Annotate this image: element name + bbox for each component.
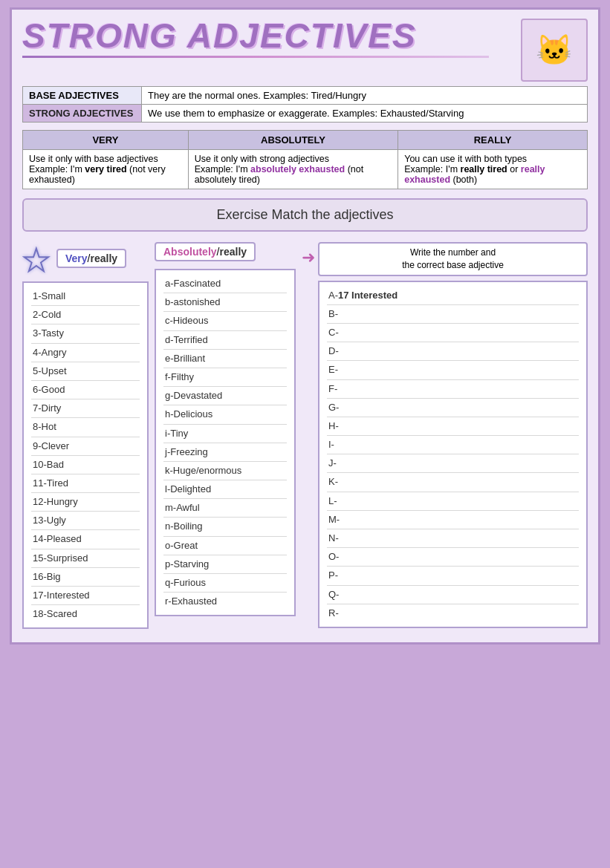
exercise-area: ★ Very/really 1-Small2-Cold3-Tasty4-Angr… xyxy=(22,242,588,629)
list-item: g-Devastated xyxy=(163,387,287,405)
list-item: I- xyxy=(327,436,579,454)
definition-table: BASE ADJECTIVESThey are the normal ones.… xyxy=(22,86,588,123)
list-item: 8-Hot xyxy=(31,418,140,437)
list-item: 10-Bad xyxy=(31,456,140,474)
list-item: H- xyxy=(327,417,579,436)
very-header: VERY xyxy=(23,131,189,150)
list-item: h-Delicious xyxy=(163,405,287,424)
really-label2: really xyxy=(219,246,247,258)
really-body: You can use it with both typesExample: I… xyxy=(398,150,588,189)
list-item: M- xyxy=(327,511,579,529)
definition-row: BASE ADJECTIVESThey are the normal ones.… xyxy=(23,87,588,105)
list-item: A-17 Interested xyxy=(327,287,579,305)
main-title: STRONG ADJECTIVES xyxy=(22,19,513,53)
page: STRONG ADJECTIVES 🐱 BASE ADJECTIVESThey … xyxy=(10,7,600,645)
list-item: f-Filthy xyxy=(163,368,287,387)
list-item: p-Starving xyxy=(163,555,287,574)
absolutely-body: Use it only with strong adjectivesExampl… xyxy=(188,150,398,189)
abs-label: Absolutely xyxy=(163,246,217,258)
list-item: D- xyxy=(327,342,579,361)
absolutely-header: ABSOLUTELY xyxy=(188,131,398,150)
list-item: R- xyxy=(327,604,579,622)
def-label: STRONG ADJECTIVES xyxy=(23,105,142,123)
list-item: l-Delighted xyxy=(163,480,287,499)
list-item: 5-Upset xyxy=(31,362,140,381)
list-item: G- xyxy=(327,399,579,417)
list-item: e-Brilliant xyxy=(163,350,287,368)
list-item: N- xyxy=(327,529,579,548)
list-item: L- xyxy=(327,492,579,511)
very-label: Very xyxy=(65,252,88,264)
list-item: o-Great xyxy=(163,537,287,555)
list-item: 4-Angry xyxy=(31,344,140,362)
list-item: 1-Small xyxy=(31,287,140,306)
list-item: 11-Tired xyxy=(31,474,140,493)
list-item: O- xyxy=(327,548,579,567)
list-item: 17-Interested xyxy=(31,587,140,605)
list-item: m-Awful xyxy=(163,499,287,518)
title-underline xyxy=(22,56,489,58)
def-text: They are the normal ones. Examples: Tire… xyxy=(142,87,588,105)
list-item: 12-Hungry xyxy=(31,493,140,512)
list-item: 16-Big xyxy=(31,568,140,587)
very-body: Use it only with base adjectivesExample:… xyxy=(23,150,189,189)
def-text: We use them to emphasize or exaggerate. … xyxy=(142,105,588,123)
list-item: r-Exhausted xyxy=(163,593,287,610)
list-item: n-Boiling xyxy=(163,518,287,536)
col1-header: Very/really xyxy=(56,249,126,268)
list-item: C- xyxy=(327,324,579,342)
list-item: B- xyxy=(327,305,579,324)
col3-list: A-17 InterestedB-C-D-E-F-G-H-I-J-K-L-M-N… xyxy=(318,281,588,628)
write-header: Write the number and the correct base ad… xyxy=(318,242,588,276)
star-icon: ★ xyxy=(22,242,51,278)
list-item: 14-Pleased xyxy=(31,530,140,549)
list-item: E- xyxy=(327,361,579,379)
cat-image: 🐱 xyxy=(521,19,588,82)
list-item: k-Huge/enormous xyxy=(163,462,287,480)
list-item: Q- xyxy=(327,586,579,604)
col3-area: ➜ Write the number and the correct base … xyxy=(302,242,588,628)
col2-area: Absolutely/really a-Fascinatedb-astonish… xyxy=(155,242,296,616)
list-item: i-Tiny xyxy=(163,425,287,443)
list-item: 18-Scared xyxy=(31,605,140,623)
list-item: F- xyxy=(327,380,579,399)
adverbs-table: VERY ABSOLUTELY REALLY Use it only with … xyxy=(22,130,588,189)
really-header: REALLY xyxy=(398,131,588,150)
list-item: 7-Dirty xyxy=(31,399,140,418)
exercise-banner: Exercise Match the adjectives xyxy=(22,198,588,232)
list-item: 15-Surprised xyxy=(31,549,140,568)
list-item: 9-Clever xyxy=(31,437,140,456)
list-item: b-astonished xyxy=(163,293,287,312)
col2-header: Absolutely/really xyxy=(155,242,256,261)
list-item: 2-Cold xyxy=(31,306,140,324)
arrow-icon: ➜ xyxy=(302,248,315,267)
list-item: a-Fascinated xyxy=(163,275,287,293)
title-area: STRONG ADJECTIVES xyxy=(22,19,513,58)
def-label: BASE ADJECTIVES xyxy=(23,87,142,105)
col1-list: 1-Small2-Cold3-Tasty4-Angry5-Upset6-Good… xyxy=(22,281,149,629)
col3-wrapper: Write the number and the correct base ad… xyxy=(318,242,588,628)
list-item: K- xyxy=(327,473,579,492)
header: STRONG ADJECTIVES 🐱 xyxy=(22,19,588,82)
definition-row: STRONG ADJECTIVESWe use them to emphasiz… xyxy=(23,105,588,123)
list-item: J- xyxy=(327,454,579,473)
list-item: P- xyxy=(327,567,579,585)
list-item: q-Furious xyxy=(163,574,287,593)
really-label1: really xyxy=(90,252,117,264)
list-item: 6-Good xyxy=(31,381,140,399)
col1-area: ★ Very/really 1-Small2-Cold3-Tasty4-Angr… xyxy=(22,242,149,629)
list-item: d-Terrified xyxy=(163,331,287,350)
list-item: 13-Ugly xyxy=(31,512,140,530)
list-item: c-Hideous xyxy=(163,312,287,330)
list-item: 3-Tasty xyxy=(31,324,140,343)
col2-list: a-Fascinatedb-astonishedc-Hideousd-Terri… xyxy=(155,269,296,616)
list-item: j-Freezing xyxy=(163,443,287,462)
